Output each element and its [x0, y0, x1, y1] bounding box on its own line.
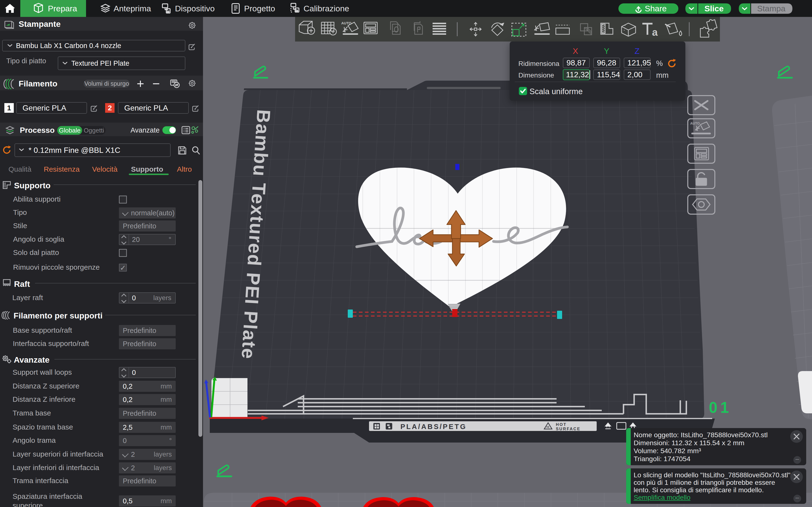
svg-text:AUTO: AUTO	[690, 121, 700, 125]
svg-text:HOT: HOT	[556, 422, 567, 427]
svg-text:01: 01	[709, 399, 732, 416]
svg-text:a: a	[652, 26, 658, 38]
svg-text:SURFACE: SURFACE	[556, 427, 580, 431]
svg-text:PLA/ABS/PETG: PLA/ABS/PETG	[400, 423, 467, 431]
svg-text:AUTO: AUTO	[341, 21, 352, 25]
